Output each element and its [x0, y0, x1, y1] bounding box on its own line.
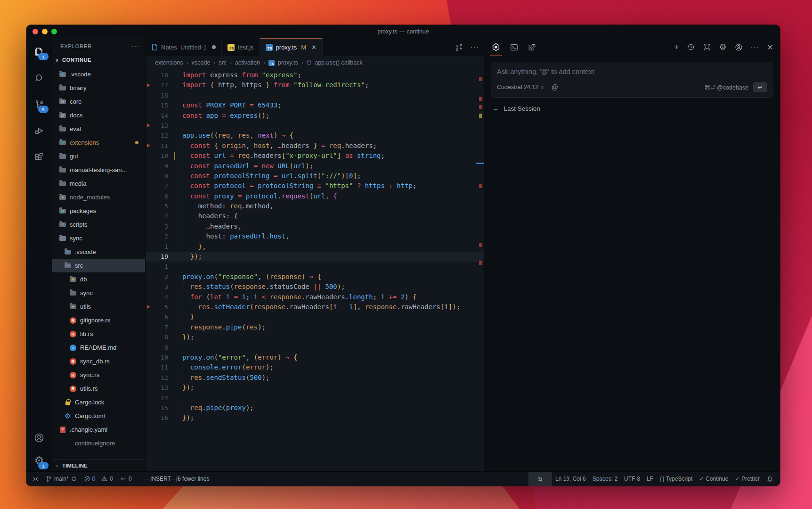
tab-testjs[interactable]: JS test.js	[222, 38, 260, 56]
code-line[interactable]: 7 const protocol = protocolString ≡ "htt…	[146, 181, 484, 191]
tree-item-scripts[interactable]: ≡scripts	[52, 218, 145, 231]
new-session-button[interactable]: +	[674, 42, 679, 52]
sidebar-item-extensions[interactable]	[32, 150, 46, 164]
tree-item-gui[interactable]: gui	[52, 149, 145, 163]
code-line[interactable]: 19 });	[146, 252, 484, 262]
code-line[interactable]: 3 …headers,	[146, 222, 484, 231]
tree-item-cargo-toml[interactable]: ⚙Cargo.toml	[52, 409, 145, 423]
eol-status[interactable]: LF	[643, 472, 657, 486]
code-line[interactable]: 10 const url = req.headers["x-proxy-url"…	[146, 151, 484, 161]
account-icon[interactable]	[734, 43, 743, 52]
code-line[interactable]: 13	[146, 121, 484, 131]
tree-item-utils[interactable]: ●utils	[52, 300, 145, 313]
code-line[interactable]: 10proxy.on("error", (error) ⇒ {	[146, 353, 484, 362]
tree-item-cargo-lock[interactable]: Cargo.lock	[52, 395, 145, 409]
tree-item-extensions[interactable]: ✦extensions	[52, 136, 145, 149]
tree-item--vscode[interactable]: ◈.vscode	[52, 245, 145, 259]
gear-icon[interactable]: ⚙	[719, 43, 726, 51]
code-line[interactable]: 1 },	[146, 242, 484, 252]
code-line[interactable]: 16});	[146, 413, 484, 423]
breadcrumb-item[interactable]: vscode	[192, 59, 211, 66]
tree-item-sync[interactable]: sync	[52, 231, 145, 245]
code-line[interactable]: 8 const protocolString = url.split("://"…	[146, 171, 484, 181]
tree-item-db[interactable]: ◉db	[52, 272, 145, 286]
timeline-section-header[interactable]: › TIMELINE	[52, 459, 145, 472]
model-selector[interactable]: Codestral 24.12 ∨	[497, 84, 544, 90]
code-line[interactable]: 17import { http, https } from "follow-re…	[146, 80, 484, 90]
tab-continue-chat[interactable]	[491, 42, 501, 52]
code-line[interactable]: 5 method: req.method,	[146, 201, 484, 211]
code-line[interactable]: 18import express from "express";	[146, 70, 484, 80]
breadcrumb-item[interactable]: activation	[235, 59, 260, 66]
tree-item-sync-db-rs[interactable]: Rsync_db.rs	[52, 354, 145, 368]
breadcrumb-symbol[interactable]: app.use() callback	[315, 59, 362, 66]
tree-item--vscode[interactable]: ◈.vscode	[52, 67, 145, 81]
code-line[interactable]: 6 const proxy = protocol.request(url, {	[146, 191, 484, 201]
code-line[interactable]: 7 response.pipe(res);	[146, 322, 484, 332]
code-line[interactable]: 3 res.status(response.statusCode || 500)…	[146, 282, 484, 292]
tab-agent[interactable]	[527, 42, 537, 52]
language-status[interactable]: { } TypeScript	[657, 472, 696, 486]
tree-item-lib-rs[interactable]: Rlib.rs	[52, 327, 145, 341]
tree-item-packages[interactable]: ▣packages	[52, 204, 145, 218]
tree-item--changie-yaml[interactable]: ≡.changie.yaml	[52, 423, 145, 436]
account-button[interactable]	[32, 431, 46, 444]
code-line[interactable]: 16	[146, 90, 484, 100]
code-line[interactable]: 15const PROXY_PORT = 65433;	[146, 100, 484, 110]
tab-terminal[interactable]	[509, 42, 519, 52]
tree-item-utils-rs[interactable]: Rutils.rs	[52, 382, 145, 395]
tree-item-binary[interactable]: binary	[52, 81, 145, 95]
sidebar-item-explorer[interactable]: 1	[32, 45, 46, 58]
code-line[interactable]: 4 for (let i = 1; i < response.rawHeader…	[146, 292, 484, 302]
tree-item-sync[interactable]: sync	[52, 286, 145, 300]
history-icon[interactable]	[687, 43, 695, 51]
code-line[interactable]: 9 const parsedUrl = new URL(url);	[146, 161, 484, 171]
tree-item-media[interactable]: media	[52, 177, 145, 190]
cursor-position[interactable]: Ln 19, Col 6	[552, 472, 589, 486]
tab-notes[interactable]: Notes Untitled-1	[146, 38, 222, 56]
submit-button[interactable]: ↵	[753, 82, 767, 92]
code-line[interactable]: 2proxy.on("response", (response) ⇒ {	[146, 272, 484, 282]
more-actions-button[interactable]: ···	[470, 43, 479, 51]
tab-proxyts[interactable]: TS proxy.ts M ✕	[260, 38, 323, 56]
continue-status[interactable]: ✓ Continue	[696, 472, 731, 486]
fullscreen-icon[interactable]	[703, 43, 711, 51]
close-panel-button[interactable]: ✕	[767, 43, 773, 52]
close-tab-button[interactable]: ✕	[311, 44, 317, 51]
last-session-link[interactable]: ← Last Session	[493, 105, 780, 112]
code-line[interactable]: 14const app = express();	[146, 111, 484, 121]
tree-item-sync-rs[interactable]: Rsync.rs	[52, 368, 145, 382]
prettier-status[interactable]: ✓ Prettier	[731, 472, 763, 486]
code-line[interactable]: 1	[146, 262, 484, 271]
settings-button[interactable]: ⚙ 1	[32, 454, 46, 467]
tree-item-gitignore-rs[interactable]: Rgitignore.rs	[52, 313, 145, 327]
code-line[interactable]: 14	[146, 393, 484, 403]
add-context-button[interactable]: @	[552, 83, 558, 91]
tree-item-core[interactable]: ▦core	[52, 95, 145, 108]
code-line[interactable]: 8});	[146, 332, 484, 342]
sidebar-item-source-control[interactable]: 5	[32, 98, 46, 111]
zoom-status[interactable]	[528, 472, 552, 486]
explorer-more-actions-button[interactable]: ···	[131, 42, 139, 50]
git-branch-status[interactable]: main*	[42, 472, 81, 486]
tree-item-node-modules[interactable]: ●node_modules	[52, 190, 145, 204]
encoding-status[interactable]: UTF-8	[621, 472, 643, 486]
tree-item-docs[interactable]: ▤docs	[52, 108, 145, 122]
code-line[interactable]: 6 }	[146, 312, 484, 322]
code-line[interactable]: 11 const { origin, host, …headers } = re…	[146, 141, 484, 151]
sidebar-item-search[interactable]	[32, 71, 46, 84]
problems-status[interactable]: 0 0	[81, 472, 116, 486]
notifications-button[interactable]	[763, 472, 780, 486]
breadcrumb-item[interactable]: src	[219, 59, 227, 66]
code-line[interactable]: 4 headers: {	[146, 211, 484, 221]
code-line[interactable]: 11 console.error(error);	[146, 362, 484, 372]
tree-item-eval[interactable]: eval	[52, 122, 145, 136]
indentation-status[interactable]: Spaces: 2	[589, 472, 621, 486]
panel-more-button[interactable]: ···	[751, 43, 760, 51]
chat-input-box[interactable]: Ask anything, '@' to add context Codestr…	[491, 62, 773, 98]
open-changes-icon[interactable]	[455, 43, 463, 52]
code-line[interactable]: 15 req.pipe(proxy);	[146, 403, 484, 413]
code-line[interactable]: 12app.use((req, res, next) ⇒ {	[146, 131, 484, 140]
code-line[interactable]: 13});	[146, 383, 484, 393]
code-line[interactable]: 5 res.setHeader(response.rawHeaders[i - …	[146, 302, 484, 312]
